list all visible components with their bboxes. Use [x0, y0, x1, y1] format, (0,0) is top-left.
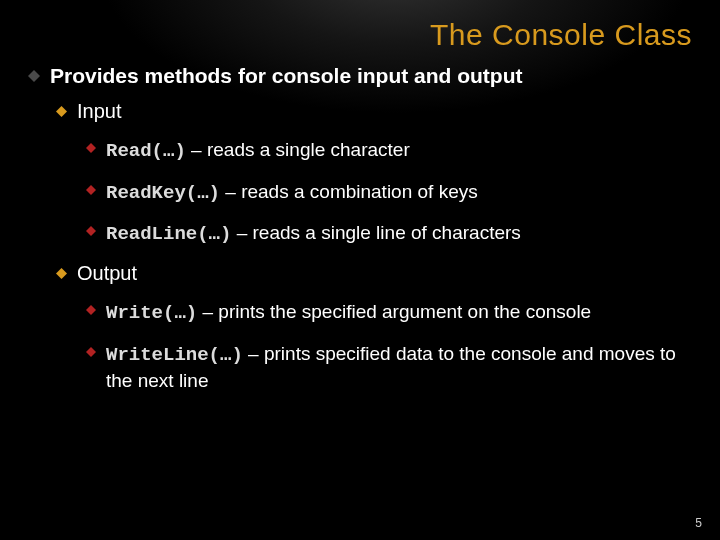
svg-marker-7	[86, 347, 96, 357]
svg-marker-2	[86, 143, 96, 153]
writeline-line: WriteLine(…) – prints specified data to …	[106, 341, 692, 394]
diamond-icon	[86, 347, 96, 357]
write-code: Write(…)	[106, 302, 197, 324]
intro-text: Provides methods for console input and o…	[50, 64, 692, 88]
svg-marker-4	[86, 226, 96, 236]
svg-marker-3	[86, 185, 96, 195]
diamond-icon	[28, 70, 40, 82]
read-line: Read(…) – reads a single character	[106, 137, 692, 165]
bullet-lvl2-input: Input	[56, 100, 692, 123]
bullet-lvl2-output: Output	[56, 262, 692, 285]
write-desc: – prints the specified argument on the c…	[197, 301, 591, 322]
readline-code: ReadLine(…)	[106, 223, 231, 245]
diamond-icon	[86, 226, 96, 236]
svg-marker-6	[86, 305, 96, 315]
readkey-line: ReadKey(…) – reads a combination of keys	[106, 179, 692, 207]
diamond-icon	[86, 185, 96, 195]
read-code: Read(…)	[106, 140, 186, 162]
readline-line: ReadLine(…) – reads a single line of cha…	[106, 220, 692, 248]
writeline-code: WriteLine(…)	[106, 344, 243, 366]
output-label: Output	[77, 262, 692, 285]
svg-marker-5	[56, 268, 67, 279]
page-number: 5	[695, 516, 702, 530]
bullet-lvl3-readline: ReadLine(…) – reads a single line of cha…	[86, 220, 692, 248]
bullet-lvl3-readkey: ReadKey(…) – reads a combination of keys	[86, 179, 692, 207]
input-label: Input	[77, 100, 692, 123]
svg-marker-1	[56, 106, 67, 117]
bullet-lvl3-writeline: WriteLine(…) – prints specified data to …	[86, 341, 692, 394]
slide-title: The Console Class	[28, 18, 692, 52]
diamond-icon	[86, 143, 96, 153]
read-desc: – reads a single character	[186, 139, 410, 160]
diamond-icon	[56, 106, 67, 117]
bullet-lvl3-read: Read(…) – reads a single character	[86, 137, 692, 165]
readkey-desc: – reads a combination of keys	[220, 181, 478, 202]
slide: The Console Class Provides methods for c…	[0, 0, 720, 540]
diamond-icon	[86, 305, 96, 315]
diamond-icon	[56, 268, 67, 279]
svg-marker-0	[28, 70, 40, 82]
readkey-code: ReadKey(…)	[106, 182, 220, 204]
write-line: Write(…) – prints the specified argument…	[106, 299, 692, 327]
bullet-lvl3-write: Write(…) – prints the specified argument…	[86, 299, 692, 327]
readline-desc: – reads a single line of characters	[231, 222, 520, 243]
bullet-lvl1-intro: Provides methods for console input and o…	[28, 64, 692, 88]
